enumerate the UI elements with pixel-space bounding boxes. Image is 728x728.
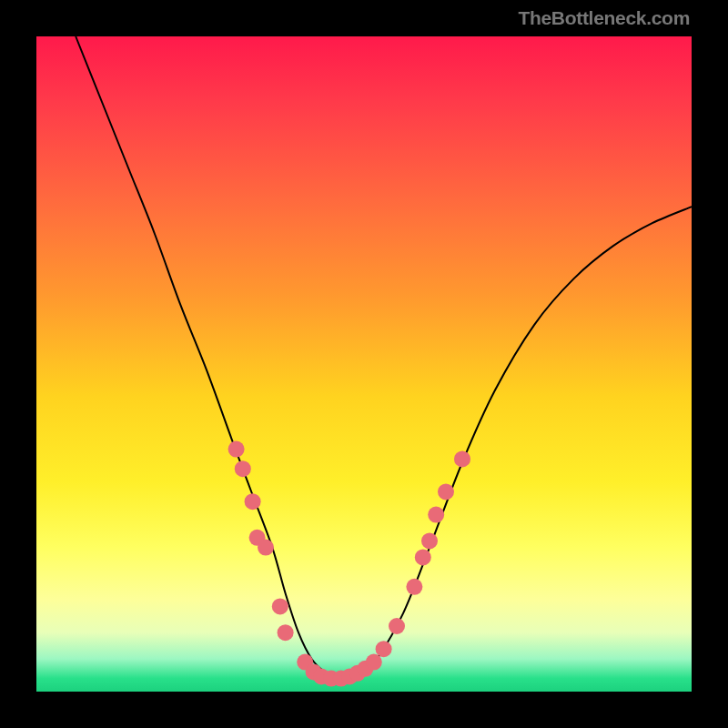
scatter-dots — [228, 441, 470, 687]
data-point — [258, 540, 274, 556]
data-point — [454, 450, 470, 467]
bottleneck-chart-svg — [36, 36, 692, 692]
data-point — [428, 507, 444, 523]
data-point — [245, 493, 261, 510]
bottleneck-curve — [76, 36, 692, 680]
data-point — [366, 654, 382, 671]
chart-frame: TheBottleneck.com — [0, 0, 728, 728]
data-point — [415, 549, 431, 565]
watermark-text: TheBottleneck.com — [518, 7, 690, 29]
plot-area — [36, 36, 692, 692]
data-point — [228, 441, 245, 458]
data-point — [421, 532, 438, 549]
data-point — [235, 460, 251, 477]
data-point — [272, 598, 288, 614]
curve-group — [76, 36, 692, 680]
data-point — [406, 579, 422, 595]
data-point — [389, 618, 405, 634]
data-point — [278, 624, 294, 641]
data-point — [438, 483, 454, 500]
data-point — [376, 641, 392, 657]
